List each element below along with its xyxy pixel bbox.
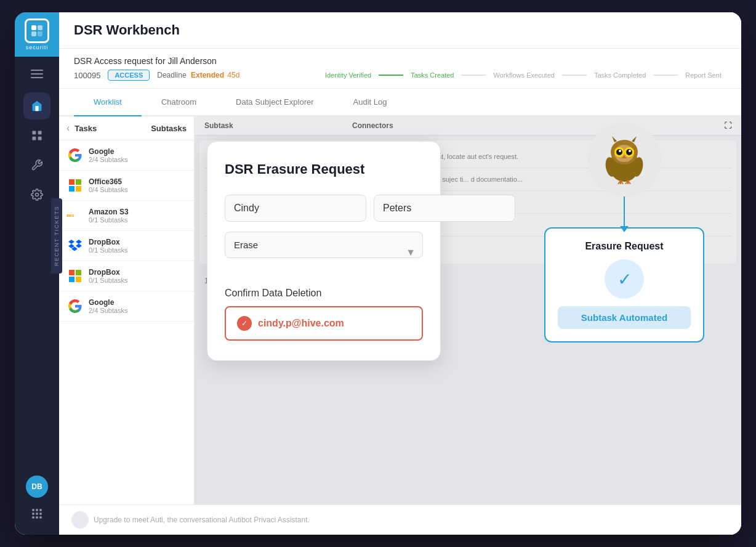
email-confirmation-box: ✓ cindy.p@hive.com — [225, 306, 423, 341]
tab-worklist[interactable]: Worklist — [74, 89, 142, 116]
action-dropdown[interactable]: Erase Access Portability — [225, 232, 423, 258]
svg-rect-21 — [69, 179, 74, 185]
right-automation-panel: Erasure Request ✓ Subtask Automated — [520, 123, 729, 342]
back-chevron-icon[interactable]: ‹ — [66, 123, 70, 134]
svg-rect-24 — [76, 186, 81, 192]
svg-point-13 — [36, 509, 38, 511]
erasure-request-modal: DSR Erasure Request Erase Access Portabi… — [207, 141, 441, 361]
sidebar-item-dashboard[interactable] — [23, 122, 50, 149]
email-check-icon: ✓ — [237, 316, 252, 331]
checkmark-icon: ✓ — [617, 269, 632, 290]
sidebar-logo: securiti — [15, 12, 59, 57]
upgrade-text: Upgrade to meet Auti, the conversational… — [94, 516, 310, 524]
sidebar-item-settings[interactable] — [23, 181, 50, 208]
owl-container — [587, 123, 661, 197]
email-value: cindy.p@hive.com — [258, 318, 344, 329]
top-bar: DSR Workbench — [59, 12, 741, 49]
svg-marker-33 — [632, 136, 637, 142]
svg-rect-0 — [31, 25, 36, 30]
svg-point-14 — [39, 509, 42, 511]
erasure-request-box: Erasure Request ✓ Subtask Automated — [544, 227, 704, 342]
recent-tickets-tab[interactable]: RECENT TICKETS — [51, 198, 62, 274]
task-info-google-2: Google 2/4 Subtasks — [89, 298, 187, 314]
menu-toggle-button[interactable] — [15, 62, 59, 86]
modal-overlay: DSR Erasure Request Erase Access Portabi… — [195, 116, 741, 504]
tab-audit-log[interactable]: Audit Log — [334, 89, 407, 116]
step-workflows-executed: Workflows Executed — [488, 71, 559, 79]
tab-chatroom[interactable]: Chatroom — [142, 89, 216, 116]
task-info-office365: Office365 0/4 Subtasks — [89, 177, 187, 193]
access-badge: ACCESS — [108, 70, 150, 81]
sidebar-brand-text: securiti — [26, 44, 49, 51]
amazon-s3-logo: aws — [66, 207, 84, 224]
subtasks-heading: Subtasks — [151, 124, 187, 133]
svg-point-18 — [32, 516, 34, 519]
deadline-extended: Extended — [191, 71, 224, 79]
office365-logo — [66, 177, 84, 194]
sidebar-item-tools[interactable] — [23, 152, 50, 179]
action-dropdown-wrapper: Erase Access Portability ▼ — [225, 232, 423, 273]
svg-point-11 — [36, 193, 39, 197]
svg-rect-7 — [33, 131, 36, 135]
svg-rect-29 — [76, 277, 81, 282]
task-item-office365[interactable]: Office365 0/4 Subtasks — [59, 171, 194, 201]
svg-point-19 — [36, 516, 38, 519]
name-fields — [225, 195, 423, 222]
upgrade-dot-icon — [71, 511, 89, 529]
tabs-bar: Worklist Chatroom Data Subject Explorer … — [59, 89, 741, 116]
step-tasks-created: Tasks Created — [406, 71, 459, 79]
task-item-dropbox-2[interactable]: DropBox 0/1 Subtasks — [59, 261, 194, 291]
owl-icon — [600, 135, 649, 184]
svg-point-40 — [629, 150, 631, 152]
google-logo-2 — [66, 298, 84, 315]
svg-point-17 — [39, 513, 42, 515]
svg-rect-27 — [76, 270, 81, 275]
svg-rect-23 — [69, 186, 74, 192]
svg-text:aws: aws — [66, 213, 74, 217]
tab-data-subject-explorer[interactable]: Data Subject Explorer — [216, 89, 333, 116]
sidebar: securiti — [15, 12, 59, 535]
google-logo-1 — [66, 147, 84, 164]
task-info-dropbox-2: DropBox 0/1 Subtasks — [89, 268, 187, 284]
step-identity-verified: Identity Verified — [320, 71, 376, 79]
request-id: 100095 — [74, 71, 100, 80]
subtask-automated-label: Subtask Automated — [558, 306, 691, 329]
last-name-input[interactable] — [374, 195, 515, 222]
erasure-box-title: Erasure Request — [585, 241, 663, 252]
task-item-google-2[interactable]: Google 2/4 Subtasks — [59, 291, 194, 322]
svg-rect-3 — [38, 31, 42, 36]
task-item-amazon-s3[interactable]: aws Amazon S3 0/1 Subtasks — [59, 201, 194, 231]
svg-point-39 — [619, 150, 621, 152]
first-name-input[interactable] — [225, 195, 366, 222]
body-split: ‹ Tasks Subtasks Google — [59, 116, 741, 504]
svg-rect-2 — [31, 31, 36, 36]
svg-point-12 — [32, 509, 34, 511]
tasks-heading: Tasks — [74, 124, 146, 133]
arrow-down-icon — [624, 197, 625, 227]
svg-rect-22 — [76, 179, 81, 185]
svg-rect-28 — [69, 277, 74, 282]
user-avatar[interactable]: DB — [26, 476, 48, 498]
deadline-text: Deadline Extended 45d — [157, 71, 239, 79]
svg-rect-5 — [31, 73, 43, 75]
upgrade-bar: Upgrade to meet Auti, the conversational… — [59, 504, 741, 535]
request-title: DSR Access request for Jill Anderson — [74, 56, 726, 66]
request-meta: 100095 ACCESS Deadline Extended 45d — [74, 70, 239, 81]
task-item-google-1[interactable]: Google 2/4 Subtasks — [59, 140, 194, 171]
svg-point-15 — [32, 513, 34, 515]
sidebar-item-home[interactable] — [23, 92, 50, 120]
svg-marker-32 — [612, 136, 617, 142]
sidebar-nav — [23, 92, 50, 476]
page-title: DSR Workbench — [74, 22, 180, 38]
task-info-dropbox-1: DropBox 0/1 Subtasks — [89, 238, 187, 254]
confirm-label: Confirm Data Deletion — [225, 288, 423, 299]
apps-icon[interactable] — [26, 503, 48, 525]
svg-point-20 — [39, 516, 42, 519]
task-info-amazon-s3: Amazon S3 0/1 Subtasks — [89, 208, 187, 224]
task-panel-header: ‹ Tasks Subtasks — [59, 116, 194, 140]
request-header: DSR Access request for Jill Anderson 100… — [59, 49, 741, 89]
task-item-dropbox-1[interactable]: DropBox 0/1 Subtasks — [59, 231, 194, 261]
svg-rect-8 — [38, 131, 42, 135]
main-content: DSR Workbench DSR Access request for Jil… — [59, 12, 741, 535]
svg-rect-26 — [69, 270, 74, 275]
